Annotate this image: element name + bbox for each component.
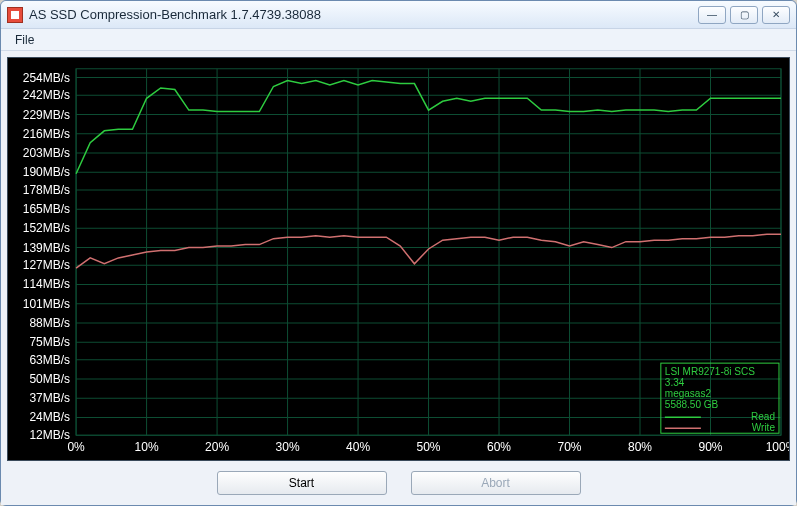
start-button[interactable]: Start bbox=[217, 471, 387, 495]
chart-svg: 254MB/s242MB/s229MB/s216MB/s203MB/s190MB… bbox=[8, 58, 789, 460]
svg-text:127MB/s: 127MB/s bbox=[23, 258, 70, 272]
menubar: File bbox=[1, 29, 796, 51]
svg-text:80%: 80% bbox=[628, 440, 652, 454]
svg-text:70%: 70% bbox=[558, 440, 582, 454]
svg-text:114MB/s: 114MB/s bbox=[23, 278, 70, 292]
svg-text:10%: 10% bbox=[135, 440, 159, 454]
svg-text:Write: Write bbox=[752, 422, 776, 433]
svg-text:37MB/s: 37MB/s bbox=[29, 391, 70, 405]
app-icon bbox=[7, 7, 23, 23]
svg-text:20%: 20% bbox=[205, 440, 229, 454]
abort-button[interactable]: Abort bbox=[411, 471, 581, 495]
minimize-button[interactable]: — bbox=[698, 6, 726, 24]
close-button[interactable]: ✕ bbox=[762, 6, 790, 24]
svg-text:5588.50 GB: 5588.50 GB bbox=[665, 399, 719, 410]
svg-text:216MB/s: 216MB/s bbox=[23, 127, 70, 141]
svg-text:12MB/s: 12MB/s bbox=[29, 428, 70, 442]
svg-text:24MB/s: 24MB/s bbox=[29, 410, 70, 424]
svg-text:50MB/s: 50MB/s bbox=[29, 372, 70, 386]
app-window: AS SSD Compression-Benchmark 1.7.4739.38… bbox=[0, 0, 797, 506]
svg-text:3.34: 3.34 bbox=[665, 377, 685, 388]
svg-text:megasas2: megasas2 bbox=[665, 388, 712, 399]
svg-text:40%: 40% bbox=[346, 440, 370, 454]
svg-text:242MB/s: 242MB/s bbox=[23, 88, 70, 102]
window-title: AS SSD Compression-Benchmark 1.7.4739.38… bbox=[29, 7, 698, 22]
svg-text:90%: 90% bbox=[698, 440, 722, 454]
chart: 254MB/s242MB/s229MB/s216MB/s203MB/s190MB… bbox=[7, 57, 790, 461]
titlebar: AS SSD Compression-Benchmark 1.7.4739.38… bbox=[1, 1, 796, 29]
svg-text:165MB/s: 165MB/s bbox=[23, 202, 70, 216]
svg-text:50%: 50% bbox=[417, 440, 441, 454]
svg-text:152MB/s: 152MB/s bbox=[23, 221, 70, 235]
svg-text:254MB/s: 254MB/s bbox=[23, 71, 70, 85]
svg-text:30%: 30% bbox=[276, 440, 300, 454]
svg-text:60%: 60% bbox=[487, 440, 511, 454]
svg-text:139MB/s: 139MB/s bbox=[23, 241, 70, 255]
svg-text:LSI MR9271-8i SCS: LSI MR9271-8i SCS bbox=[665, 366, 755, 377]
svg-text:88MB/s: 88MB/s bbox=[29, 316, 70, 330]
window-controls: — ▢ ✕ bbox=[698, 6, 790, 24]
svg-text:Read: Read bbox=[751, 411, 775, 422]
svg-text:100%: 100% bbox=[766, 440, 789, 454]
client-area: 254MB/s242MB/s229MB/s216MB/s203MB/s190MB… bbox=[1, 51, 796, 505]
svg-text:203MB/s: 203MB/s bbox=[23, 146, 70, 160]
svg-text:101MB/s: 101MB/s bbox=[23, 297, 70, 311]
svg-text:75MB/s: 75MB/s bbox=[29, 335, 70, 349]
svg-text:229MB/s: 229MB/s bbox=[23, 108, 70, 122]
svg-text:0%: 0% bbox=[67, 440, 85, 454]
svg-text:178MB/s: 178MB/s bbox=[23, 183, 70, 197]
button-row: Start Abort bbox=[7, 461, 790, 499]
svg-text:63MB/s: 63MB/s bbox=[29, 353, 70, 367]
svg-text:190MB/s: 190MB/s bbox=[23, 165, 70, 179]
maximize-button[interactable]: ▢ bbox=[730, 6, 758, 24]
menu-file[interactable]: File bbox=[7, 31, 42, 49]
